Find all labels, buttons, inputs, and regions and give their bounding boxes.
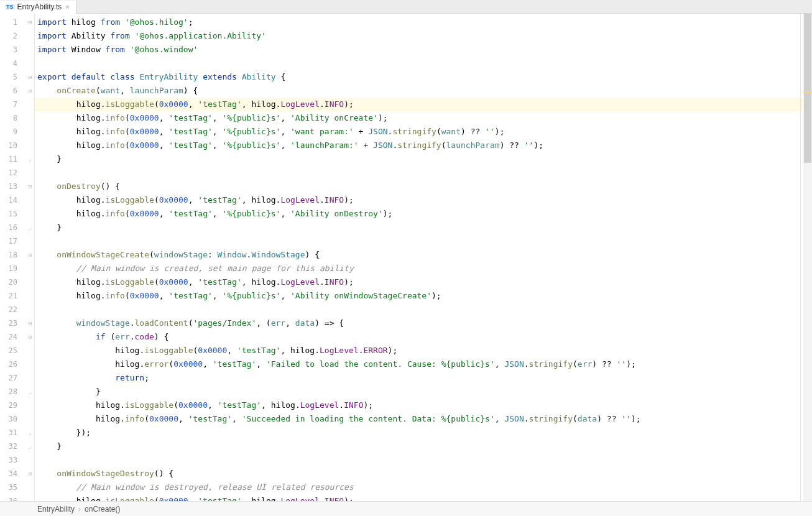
fold-marker[interactable] [26,412,34,426]
code-line[interactable]: } [35,440,812,453]
scrollbar-thumb[interactable] [804,14,811,163]
code-line[interactable] [35,303,812,316]
line-number: 13 [0,180,17,193]
code-line[interactable]: hilog.error(0x0000, 'testTag', 'Failed t… [35,357,812,371]
fold-marker[interactable]: ⌟ [26,426,34,440]
tab-entryability[interactable]: TS EntryAbility.ts × [0,1,76,14]
fold-marker[interactable] [26,207,34,221]
fold-marker[interactable] [26,234,34,248]
line-number: 35 [0,481,17,494]
code-line[interactable]: onWindowStageDestroy() { [35,467,812,481]
code-line[interactable]: return; [35,371,812,385]
code-line[interactable]: hilog.isLoggable(0x0000, 'testTag', hilo… [35,275,812,289]
breadcrumb[interactable]: EntryAbility › onCreate() [0,501,812,516]
line-number: 3 [0,43,17,57]
code-area[interactable]: import hilog from '@ohos.hilog';import A… [35,14,812,501]
right-margin-line [800,14,801,501]
code-line[interactable]: onWindowStageCreate(windowStage: Window.… [35,248,812,262]
fold-marker[interactable]: ⌟ [26,385,34,399]
code-line[interactable] [35,57,812,70]
code-line[interactable]: export default class EntryAbility extend… [35,70,812,84]
line-number: 25 [0,344,17,357]
fold-marker[interactable] [26,303,34,316]
fold-marker[interactable]: ⊟ [26,330,34,344]
fold-marker[interactable] [26,111,34,125]
code-line[interactable]: hilog.info(0x0000, 'testTag', '%{public}… [35,111,812,125]
fold-marker[interactable] [26,344,34,357]
fold-marker[interactable] [26,139,34,152]
code-line[interactable]: import Ability from '@ohos.application.A… [35,29,812,43]
line-number: 1 [0,16,17,29]
code-line[interactable]: hilog.isLoggable(0x0000, 'testTag', hilo… [35,98,812,111]
code-line[interactable]: hilog.info(0x0000, 'testTag', 'Succeeded… [35,412,812,426]
code-line[interactable]: hilog.info(0x0000, 'testTag', '%{public}… [35,207,812,221]
code-line[interactable]: } [35,221,812,234]
fold-marker[interactable] [26,275,34,289]
fold-marker[interactable]: ⌟ [26,440,34,453]
line-number: 8 [0,111,17,125]
code-line[interactable]: hilog.info(0x0000, 'testTag', '%{public}… [35,289,812,303]
line-number: 22 [0,303,17,316]
line-number: 20 [0,275,17,289]
scrollbar-vertical[interactable] [803,14,812,501]
fold-marker[interactable]: ⊟ [26,70,34,84]
fold-marker[interactable]: ⊟ [26,467,34,481]
close-icon[interactable]: × [64,3,70,11]
code-line[interactable]: if (err.code) { [35,330,812,344]
code-line[interactable] [35,234,812,248]
fold-marker[interactable] [26,357,34,371]
fold-marker[interactable] [26,453,34,467]
code-line[interactable]: hilog.info(0x0000, 'testTag', '%{public}… [35,139,812,152]
code-line[interactable]: }); [35,426,812,440]
fold-marker[interactable] [26,29,34,43]
code-line[interactable] [35,453,812,467]
fold-marker[interactable]: ⊟ [26,16,34,29]
fold-marker[interactable]: ⊟ [26,180,34,193]
fold-marker[interactable] [26,371,34,385]
line-number: 19 [0,262,17,275]
fold-marker[interactable] [26,57,34,70]
code-line[interactable]: hilog.isLoggable(0x0000, 'testTag', hilo… [35,344,812,357]
fold-marker[interactable] [26,125,34,139]
fold-marker[interactable] [26,193,34,207]
line-number: 10 [0,139,17,152]
breadcrumb-class[interactable]: EntryAbility [37,505,75,514]
code-line[interactable]: // Main window is created, set main page… [35,262,812,275]
line-number: 2 [0,29,17,43]
code-line[interactable]: // Main window is destroyed, release UI … [35,481,812,494]
fold-marker[interactable]: ⊟ [26,316,34,330]
fold-marker[interactable]: ⊟ [26,248,34,262]
code-line[interactable]: hilog.isLoggable(0x0000, 'testTag', hilo… [35,399,812,412]
code-line[interactable]: hilog.info(0x0000, 'testTag', '%{public}… [35,125,812,139]
fold-marker[interactable]: ⌟ [26,152,34,166]
code-line[interactable] [35,166,812,180]
fold-marker[interactable]: ⌟ [26,221,34,234]
line-number: 9 [0,125,17,139]
line-number: 14 [0,193,17,207]
code-line[interactable]: } [35,385,812,399]
fold-marker[interactable] [26,481,34,494]
line-number: 11 [0,152,17,166]
fold-marker[interactable] [26,262,34,275]
code-line[interactable]: import Window from '@ohos.window' [35,43,812,57]
fold-marker[interactable] [26,166,34,180]
line-number: 27 [0,371,17,385]
fold-marker[interactable] [26,98,34,111]
fold-marker[interactable] [26,43,34,57]
fold-marker[interactable] [26,289,34,303]
code-line[interactable]: onDestroy() { [35,180,812,193]
fold-marker[interactable] [26,399,34,412]
code-line[interactable]: windowStage.loadContent('pages/Index', (… [35,316,812,330]
breadcrumb-method[interactable]: onCreate() [85,505,120,514]
code-line[interactable]: hilog.isLoggable(0x0000, 'testTag', hilo… [35,494,812,501]
code-line[interactable]: } [35,152,812,166]
line-number: 31 [0,426,17,440]
scrollbar-marker[interactable] [803,91,812,93]
fold-marker[interactable]: ⊟ [26,84,34,98]
line-number: 32 [0,440,17,453]
code-line[interactable]: hilog.isLoggable(0x0000, 'testTag', hilo… [35,193,812,207]
line-number: 5 [0,70,17,84]
code-line[interactable]: onCreate(want, launchParam) { [35,84,812,98]
line-number: 30 [0,412,17,426]
code-line[interactable]: import hilog from '@ohos.hilog'; [35,16,812,29]
